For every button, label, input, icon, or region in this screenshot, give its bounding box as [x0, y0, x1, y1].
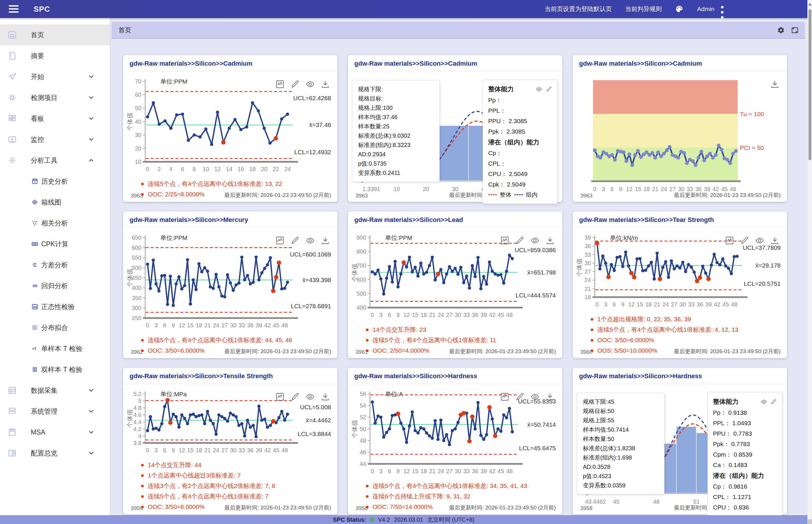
svg-text:5.2: 5.2 — [133, 391, 142, 397]
sidebar-item-one-sample-t-test[interactable]: тT 单样本 T 检验 — [0, 338, 110, 359]
sidebar-item-label: 系统管理 — [31, 407, 57, 416]
settings-gear-icon[interactable] — [777, 27, 785, 34]
vertical-scrollbar[interactable] — [807, 0, 812, 524]
card-title: gdw-Raw materials>>Silicon>>Lead — [348, 211, 562, 228]
sidebar-item-distribution-fitting[interactable]: 分布拟合 — [0, 317, 110, 338]
theme-palette-icon[interactable] — [675, 5, 684, 13]
sidebar-item-regression-analysis[interactable]: 回归分析 — [0, 275, 110, 296]
svg-text:10: 10 — [135, 159, 142, 165]
sidebar-item-data-collection[interactable]: 数据采集 — [0, 380, 110, 401]
hamburger-menu-icon[interactable] — [9, 5, 19, 13]
svg-text:600: 600 — [357, 277, 366, 283]
sidebar-item-analysis-tools[interactable]: 分析工具 — [0, 150, 110, 171]
edit-icon[interactable] — [291, 236, 300, 245]
eye-icon[interactable] — [305, 392, 315, 402]
fullscreen-icon[interactable] — [791, 27, 799, 34]
download-icon[interactable] — [321, 80, 330, 89]
eye-icon[interactable] — [305, 236, 315, 245]
edit-icon[interactable] — [515, 392, 525, 402]
data-line — [148, 400, 287, 437]
sidebar-item-home[interactable]: 首页 — [0, 24, 110, 45]
violation-point — [271, 289, 275, 293]
sidebar-item-msa[interactable]: MSA — [0, 422, 110, 443]
svg-text:800: 800 — [357, 248, 366, 255]
trend-chart-icon[interactable] — [725, 236, 734, 245]
sidebar-item-boxplot[interactable]: 箱线图 — [0, 192, 110, 213]
download-icon[interactable] — [321, 236, 330, 245]
svg-text:0: 0 — [146, 322, 149, 328]
svg-text:24: 24 — [661, 186, 667, 192]
violation-point — [595, 241, 599, 245]
download-icon[interactable] — [770, 236, 779, 245]
trend-chart-icon[interactable] — [500, 236, 509, 245]
sidebar-item-two-sample-t-test[interactable]: 双样本 T 检验 — [0, 359, 110, 380]
sidebar-item-cpk-calculation[interactable]: CPK计算 — [0, 233, 110, 255]
download-icon[interactable] — [545, 392, 555, 402]
svg-text:24: 24 — [662, 301, 669, 308]
eye-icon[interactable] — [755, 236, 764, 245]
card-title: gdw-Raw materials>>Silicon>>Cadmium — [348, 55, 562, 71]
more-menu-icon[interactable] — [720, 5, 724, 13]
violation-point — [607, 275, 611, 279]
sidebar-item-summary[interactable]: 摘要 — [0, 45, 110, 66]
sidebar-item-correlation-analysis[interactable]: 相关分析 — [0, 213, 110, 233]
edit-icon[interactable] — [515, 236, 525, 245]
svg-text:15: 15 — [412, 468, 418, 474]
eye-icon[interactable] — [536, 86, 542, 92]
y-axis-title: 个体值 — [351, 420, 358, 438]
sidebar-item-normality-test[interactable]: 正态性检验 — [0, 296, 110, 317]
eye-icon[interactable] — [305, 80, 315, 89]
svg-text:4: 4 — [138, 433, 142, 439]
set-default-page-link[interactable]: 当前页设置为登陆默认页 — [545, 5, 612, 13]
trend-chart-icon[interactable] — [275, 236, 285, 245]
warning-line: 1个点远离中心线超过3倍标准差: 7 — [141, 470, 275, 481]
stat-line: 规格下限:45 — [583, 397, 658, 406]
download-icon[interactable] — [770, 80, 779, 89]
capability-row: PPU： 2.3085 — [488, 116, 552, 126]
edit-icon[interactable] — [546, 86, 552, 92]
violation-point — [470, 414, 475, 419]
svg-text:36: 36 — [585, 243, 591, 249]
sidebar-item-label: 配置总览 — [31, 449, 57, 458]
svg-text:48: 48 — [506, 468, 513, 474]
edit-icon[interactable] — [291, 80, 300, 89]
sidebar-item-variance-analysis[interactable]: 方差分析 — [0, 255, 110, 275]
edit-icon[interactable] — [740, 236, 749, 245]
eye-icon[interactable] — [761, 398, 767, 405]
svg-text:70: 70 — [135, 78, 142, 84]
scrollbar-up-arrow[interactable] — [808, 2, 812, 5]
unit-label: 单位:kN/m — [610, 234, 638, 241]
sidebar-subitem-label: 历史分析 — [41, 177, 68, 186]
sidebar-item-system-management[interactable]: 系统管理 — [0, 401, 110, 422]
calculator-icon — [7, 428, 17, 437]
eye-icon[interactable] — [530, 236, 540, 245]
download-icon[interactable] — [545, 236, 555, 245]
sidebar-item-inspection-items[interactable]: 检测项目 — [0, 87, 110, 108]
warning-line: 连续5个点，有4个点远离中心线1倍标准差: 13, 22 — [141, 179, 282, 189]
svg-text:10: 10 — [203, 166, 209, 172]
warning-line: OOC: 2/50=4.0000% — [366, 345, 496, 356]
edit-icon[interactable] — [770, 398, 777, 405]
svg-text:18: 18 — [196, 322, 202, 328]
sidebar-item-config-overview[interactable]: 配置总览 — [0, 443, 110, 463]
warning-line: OOC: 3/50=6.0000% — [141, 502, 275, 512]
current-rules-link[interactable]: 当前判异规则 — [625, 5, 662, 13]
y-axis-title: 个体值 — [127, 112, 133, 131]
edit-icon[interactable] — [291, 392, 300, 402]
sidebar-item-start[interactable]: 开始 — [0, 66, 110, 87]
svg-text:3: 3 — [379, 468, 382, 474]
svg-text:300: 300 — [132, 305, 142, 311]
user-name[interactable]: Admin — [697, 5, 714, 13]
scrollbar-thumb[interactable] — [809, 9, 811, 160]
violation-point — [493, 434, 497, 438]
sidebar-item-monitoring[interactable]: 监控 — [0, 129, 110, 150]
sidebar-item-history-analysis[interactable]: 历史分析 — [0, 171, 110, 192]
eye-icon[interactable] — [530, 392, 540, 402]
sidebar-item-dashboard[interactable]: 看板 — [0, 108, 110, 129]
trend-chart-icon[interactable] — [275, 80, 285, 89]
download-icon[interactable] — [321, 392, 330, 402]
stat-line: 规格上限:100 — [358, 103, 434, 112]
trend-chart-icon[interactable] — [275, 392, 285, 402]
unit-label: 单位:A — [385, 391, 403, 397]
trend-chart-icon[interactable] — [500, 392, 509, 402]
